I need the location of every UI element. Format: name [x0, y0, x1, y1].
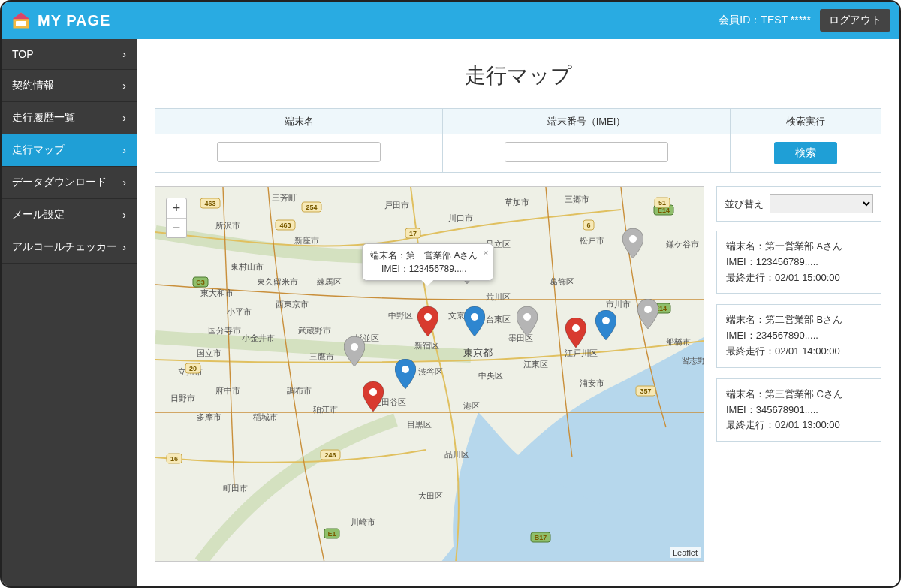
device-card[interactable]: 端末名：第一営業部 AさんIMEI：123456789.....最終走行：02/…: [716, 231, 881, 294]
map-place-label: 東京都: [463, 347, 493, 358]
map-pin-icon[interactable]: [622, 228, 643, 258]
device-name: 端末名：第一営業部 Aさん: [726, 239, 872, 255]
search-button[interactable]: 検索: [774, 142, 837, 164]
svg-point-39: [629, 235, 637, 243]
map-place-label: 三郷市: [565, 194, 589, 204]
map-pin-icon[interactable]: [344, 336, 365, 366]
route-badge: 17: [405, 228, 420, 238]
map-place-label: 戸田市: [384, 201, 409, 210]
nav-item[interactable]: アルコールチェッカー›: [2, 231, 137, 264]
sort-select[interactable]: [770, 194, 873, 213]
nav-item-label: メール設定: [12, 208, 65, 222]
svg-text:254: 254: [306, 204, 317, 211]
nav-item[interactable]: メール設定›: [2, 199, 137, 231]
zoom-control: + −: [166, 198, 187, 238]
map-place-label: 府中市: [215, 386, 240, 395]
route-badge: C3: [193, 277, 208, 287]
search-bar: 端末名 端末番号（IMEI） 検索実行 検索: [155, 108, 881, 173]
popup-line2: IMEI：123456789.....: [370, 262, 478, 276]
brand: MY PAGE: [11, 10, 110, 31]
map-place-label: 新宿区: [414, 341, 439, 350]
route-badge: 20: [185, 363, 200, 373]
route-badge: E1: [324, 529, 339, 538]
map-place-label: 武蔵野市: [298, 326, 331, 335]
map-place-label: 葛飾区: [550, 277, 574, 286]
map-popup: × 端末名：第一営業部 Aさん IMEI：123456789.....: [362, 243, 493, 281]
map-place-label: 習志野市: [681, 356, 704, 365]
device-card[interactable]: 端末名：第二営業部 BさんIMEI：234567890.....最終走行：02/…: [716, 304, 881, 367]
nav-item-label: 契約情報: [12, 79, 54, 92]
map-pin-icon[interactable]: [464, 306, 485, 336]
map-pin-icon[interactable]: [395, 359, 416, 389]
map-pin-icon[interactable]: [363, 381, 384, 412]
map-pin-icon[interactable]: [417, 306, 438, 336]
svg-point-37: [572, 324, 580, 332]
nav-item[interactable]: 走行マップ›: [2, 134, 137, 167]
map-place-label: 東村山市: [231, 262, 264, 271]
nav-item[interactable]: 契約情報›: [2, 70, 137, 102]
svg-text:C3: C3: [196, 279, 205, 286]
svg-text:6: 6: [586, 222, 590, 229]
device-last: 最終走行：02/01 15:00:00: [726, 270, 872, 286]
map-place-label: 大田区: [418, 491, 443, 500]
device-last: 最終走行：02/01 14:00:00: [726, 344, 872, 360]
map-place-label: 新座市: [294, 236, 319, 245]
map-place-label: 市川市: [606, 300, 631, 309]
logout-button[interactable]: ログアウト: [820, 9, 890, 32]
imei-input[interactable]: [505, 142, 667, 162]
map-place-label: 国分寺市: [208, 326, 241, 335]
map[interactable]: 三芳町戸田市川口市草加市三郷市所沢市新座市板橋区足立区松戸市鎌ケ谷市東村山市東久…: [155, 186, 704, 562]
device-imei: IMEI：123456789.....: [726, 255, 872, 270]
map-pin-icon[interactable]: [595, 310, 616, 340]
map-pin-icon[interactable]: [637, 299, 658, 329]
map-place-label: 日野市: [170, 394, 195, 403]
nav-item-label: TOP: [12, 48, 34, 60]
map-place-label: 川口市: [448, 213, 473, 222]
map-place-label: 品川区: [444, 450, 469, 459]
nav-item[interactable]: 走行履歴一覧›: [2, 102, 137, 134]
svg-text:B17: B17: [535, 534, 547, 541]
header: MY PAGE 会員ID：TEST ***** ログアウト: [2, 2, 899, 39]
map-place-label: 三芳町: [272, 193, 297, 202]
search-col-device-name: 端末名: [155, 109, 443, 134]
svg-point-38: [602, 317, 610, 324]
map-place-label: 船橋市: [666, 337, 691, 346]
map-place-label: 所沢市: [215, 221, 240, 230]
map-place-label: 川崎市: [351, 517, 375, 526]
svg-text:E1: E1: [327, 530, 336, 538]
zoom-out-button[interactable]: −: [167, 218, 186, 237]
map-place-label: 小平市: [227, 307, 252, 316]
route-badge: 16: [167, 454, 182, 463]
svg-point-44: [644, 306, 652, 313]
page-title: 走行マップ: [155, 62, 881, 90]
svg-text:20: 20: [189, 365, 197, 372]
map-place-label: 中央区: [478, 371, 503, 380]
device-imei: IMEI：345678901.....: [726, 403, 872, 418]
chevron-right-icon: ›: [122, 144, 126, 156]
map-place-label: 国立市: [197, 348, 221, 357]
zoom-in-button[interactable]: +: [167, 198, 186, 218]
map-place-label: 練馬区: [316, 277, 342, 286]
svg-text:17: 17: [409, 230, 417, 237]
svg-text:51: 51: [658, 199, 666, 207]
device-card[interactable]: 端末名：第三営業部 CさんIMEI：345678901.....最終走行：02/…: [716, 378, 881, 442]
nav-item-label: データダウンロード: [12, 176, 107, 189]
device-name-input[interactable]: [217, 142, 380, 162]
map-pin-icon[interactable]: [565, 318, 586, 348]
svg-rect-2: [16, 21, 26, 26]
house-logo-icon: [11, 10, 32, 31]
svg-point-34: [424, 313, 432, 321]
nav-item-label: アルコールチェッカー: [12, 240, 117, 254]
nav-item[interactable]: データダウンロード›: [2, 167, 137, 199]
map-place-label: 町田市: [223, 484, 248, 493]
map-pin-icon[interactable]: [517, 306, 538, 336]
route-badge: 463: [200, 198, 220, 208]
svg-text:246: 246: [324, 451, 336, 459]
sort-label: 並び替え: [725, 198, 764, 211]
brand-text: MY PAGE: [38, 12, 110, 29]
popup-close-icon[interactable]: ×: [483, 246, 489, 261]
route-badge: 6: [583, 220, 594, 230]
device-imei: IMEI：234567890.....: [726, 328, 872, 344]
nav-item-label: 走行履歴一覧: [12, 111, 75, 125]
nav-item[interactable]: TOP›: [2, 39, 137, 70]
